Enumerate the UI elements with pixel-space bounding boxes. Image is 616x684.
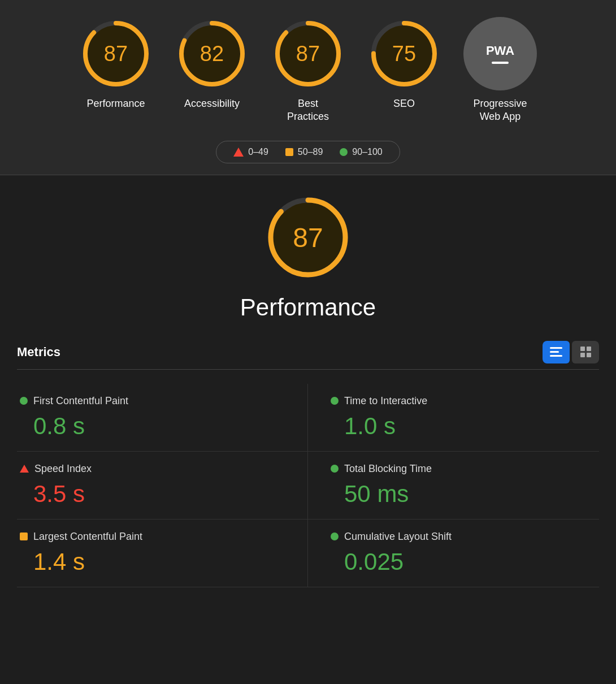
si-indicator	[20, 465, 29, 473]
legend-item-orange: 50–89	[285, 147, 323, 157]
cls-indicator	[331, 533, 339, 540]
score-card-best-practices[interactable]: 87 BestPractices	[271, 17, 345, 124]
large-gauge: 87	[263, 192, 353, 283]
list-view-icon	[550, 347, 562, 357]
cls-label: Cumulative Layout Shift	[344, 531, 452, 543]
gauge-performance: 87	[79, 17, 153, 90]
si-label: Speed Index	[34, 463, 92, 475]
score-label-seo: SEO	[393, 97, 415, 110]
metrics-divider	[17, 369, 599, 370]
pwa-label: PWA	[486, 44, 514, 58]
lcp-value: 1.4 s	[20, 548, 285, 575]
score-label-performance: Performance	[86, 97, 145, 110]
metric-largest-contentful-paint: Largest Contentful Paint 1.4 s	[17, 520, 308, 587]
score-card-seo[interactable]: 75 SEO	[367, 17, 441, 110]
score-card-performance[interactable]: 87 Performance	[79, 17, 153, 110]
metric-header-si: Speed Index	[20, 463, 285, 475]
tbt-value: 50 ms	[331, 480, 591, 508]
si-value: 3.5 s	[20, 480, 285, 508]
score-value-best-practices: 87	[296, 42, 320, 66]
view-toggle	[543, 341, 599, 363]
score-value-accessibility: 82	[200, 42, 224, 66]
score-label-best-practices: BestPractices	[287, 97, 329, 124]
large-score-title: Performance	[240, 294, 376, 321]
gauge-best-practices: 87	[271, 17, 345, 90]
legend: 0–49 50–89 90–100	[11, 141, 605, 163]
large-score-area: 87 Performance	[17, 192, 599, 321]
fcp-label: First Contentful Paint	[33, 395, 128, 407]
tti-indicator	[331, 397, 339, 405]
fcp-indicator	[20, 397, 28, 405]
toggle-list-button[interactable]	[543, 341, 570, 363]
metrics-title: Metrics	[17, 345, 60, 360]
metric-header-tbt: Total Blocking Time	[331, 463, 591, 475]
metric-time-to-interactive: Time to Interactive 1.0 s	[308, 384, 599, 452]
legend-range-orange: 50–89	[298, 147, 323, 157]
score-cards: 87 Performance 82 Accessibility	[11, 17, 605, 124]
red-triangle-icon	[233, 148, 244, 157]
top-section: 87 Performance 82 Accessibility	[0, 0, 616, 175]
legend-range-green: 90–100	[352, 147, 382, 157]
gauge-accessibility: 82	[175, 17, 249, 90]
tti-label: Time to Interactive	[344, 395, 427, 407]
green-circle-icon	[340, 148, 348, 156]
metric-header-cls: Cumulative Layout Shift	[331, 531, 591, 543]
grid-view-icon	[580, 347, 591, 357]
fcp-value: 0.8 s	[20, 413, 285, 440]
score-value-seo: 75	[392, 42, 416, 66]
legend-item-red: 0–49	[233, 147, 268, 157]
orange-square-icon	[285, 148, 293, 156]
toggle-grid-button[interactable]	[572, 341, 599, 363]
metric-cumulative-layout-shift: Cumulative Layout Shift 0.025	[308, 520, 599, 587]
metric-first-contentful-paint: First Contentful Paint 0.8 s	[17, 384, 308, 452]
score-card-accessibility[interactable]: 82 Accessibility	[175, 17, 249, 110]
score-value-performance: 87	[104, 42, 128, 66]
score-label-accessibility: Accessibility	[184, 97, 240, 110]
metric-total-blocking-time: Total Blocking Time 50 ms	[308, 452, 599, 520]
cls-value: 0.025	[331, 548, 591, 575]
metric-header-tti: Time to Interactive	[331, 395, 591, 407]
tti-value: 1.0 s	[331, 413, 591, 440]
tbt-indicator	[331, 465, 339, 473]
metric-speed-index: Speed Index 3.5 s	[17, 452, 308, 520]
legend-item-green: 90–100	[340, 147, 382, 157]
metric-header-lcp: Largest Contentful Paint	[20, 531, 285, 543]
lcp-label: Largest Contentful Paint	[33, 531, 142, 543]
metrics-header: Metrics	[17, 341, 599, 363]
tbt-label: Total Blocking Time	[344, 463, 432, 475]
lcp-indicator	[20, 533, 28, 540]
score-card-pwa[interactable]: PWA ProgressiveWeb App	[463, 17, 537, 124]
legend-inner: 0–49 50–89 90–100	[216, 141, 400, 163]
large-score-value: 87	[293, 222, 323, 253]
gauge-seo: 75	[367, 17, 441, 90]
score-label-pwa: ProgressiveWeb App	[473, 97, 527, 124]
metric-header-fcp: First Contentful Paint	[20, 395, 285, 407]
pwa-dash	[492, 62, 509, 64]
legend-range-red: 0–49	[248, 147, 268, 157]
main-section: 87 Performance Metrics First Cont	[0, 175, 616, 610]
metrics-grid: First Contentful Paint 0.8 s Time to Int…	[17, 384, 599, 587]
pwa-badge: PWA	[463, 17, 537, 90]
